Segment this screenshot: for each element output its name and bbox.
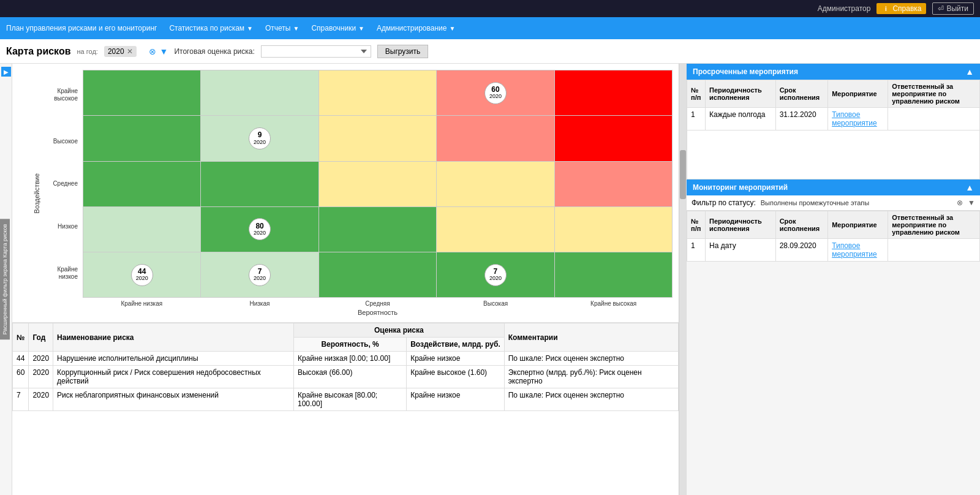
- nav-item-references[interactable]: Справочники ▼: [311, 24, 364, 32]
- overdue-cell-period: Каждые полгода: [706, 108, 776, 130]
- left-filter-label[interactable]: Расширенный фильтр экрана Карта рисков: [0, 219, 10, 340]
- scrollbar-thumb[interactable]: [680, 150, 686, 199]
- grid-cell-4-1: 72020: [201, 252, 318, 297]
- badge-60[interactable]: 602020: [484, 82, 507, 104]
- overdue-col-responsible: Ответственный за мероприятие по управлен…: [888, 80, 980, 108]
- monitoring-cell-period: На дату: [706, 239, 776, 262]
- cell-probability: Высокая (66.00): [293, 366, 406, 388]
- cell-comments: Экспертно (млрд. руб./%): Риск оценен эк…: [504, 366, 678, 388]
- itogo-label: Итоговая оценка риска:: [174, 47, 254, 56]
- overdue-cell-deadline: 31.12.2020: [775, 108, 828, 130]
- grid-cell-1-3: [437, 116, 554, 161]
- cell-year: 2020: [29, 366, 53, 388]
- clear-filter-icon[interactable]: ⊗: [149, 47, 156, 56]
- grid-cell-2-0: [83, 162, 200, 206]
- grid-cell-0-3: 602020: [437, 70, 554, 115]
- filter-controls: ⊗ ▼: [149, 47, 168, 56]
- y-label-4: Крайне низкое: [43, 266, 78, 281]
- grid-cell-3-1: 802020: [201, 207, 318, 252]
- cell-name: Коррупционный риск / Риск совершения нед…: [53, 366, 294, 388]
- cell-probability: Крайне низкая [0.00; 10.00]: [293, 352, 406, 366]
- nav-item-admin[interactable]: Администрирование ▼: [377, 24, 455, 32]
- grid-cell-1-2: [319, 116, 436, 161]
- col-probability: Вероятность, %: [293, 338, 406, 352]
- itogo-select[interactable]: [261, 45, 371, 58]
- badge-44[interactable]: 442020: [131, 264, 153, 286]
- cell-probability: Крайне высокая [80.00; 100.00]: [293, 388, 406, 411]
- cell-num: 44: [13, 352, 29, 366]
- overdue-section: Просроченные мероприятия ▲ № п/п Периоди…: [687, 64, 980, 179]
- help-button[interactable]: i Справка: [876, 3, 926, 14]
- page-title: Карта рисков: [6, 46, 71, 57]
- left-sidebar: ▶ Расширенный фильтр экрана Карта рисков: [0, 64, 12, 495]
- risk-grid: 602020920208020204420207202072020: [83, 70, 673, 298]
- cell-name: Риск неблагоприятных финансовых изменени…: [53, 388, 294, 411]
- grid-cell-0-4: [555, 70, 672, 115]
- page-header: Карта рисков на год: 2020 ✕ ⊗ ▼ Итоговая…: [0, 39, 980, 64]
- x-label-2: Средняя: [318, 300, 437, 308]
- cell-comments: По шкале: Риск оценен экспертно: [504, 352, 678, 366]
- monitoring-header: Мониторинг мероприятий ▲: [687, 179, 980, 195]
- x-label-0: Крайне низкая: [83, 300, 201, 308]
- monitoring-cell-activity[interactable]: Типовое мероприятие: [828, 239, 888, 262]
- monitoring-collapse-button[interactable]: ▲: [965, 183, 974, 192]
- grid-cell-2-1: [201, 162, 318, 206]
- monitoring-col-responsible: Ответственный за мероприятие по управлен…: [888, 211, 980, 239]
- x-labels: Крайне низкая Низкая Средняя Высокая Кра…: [83, 300, 673, 308]
- grid-cell-4-0: 442020: [83, 252, 200, 297]
- grid-cell-2-3: [437, 162, 554, 206]
- col-name: Наименование риска: [53, 323, 294, 352]
- overdue-table: № п/п Периодичность исполнения Срок испо…: [687, 80, 980, 130]
- badge-7[interactable]: 72020: [249, 264, 271, 286]
- grid-cell-2-2: [319, 162, 436, 206]
- cell-num: 60: [13, 366, 29, 388]
- nav-item-stats[interactable]: Статистика по рискам ▼: [169, 24, 253, 32]
- overdue-row: 1 Каждые полгода 31.12.2020 Типовое меро…: [687, 108, 980, 130]
- filter-row: Фильтр по статусу: Выполнены промежуточн…: [687, 195, 980, 211]
- grid-cell-3-3: [437, 207, 554, 252]
- col-risk-assessment: Оценка риска: [293, 323, 504, 338]
- nav-bar: План управления рисками и его мониторинг…: [0, 17, 980, 39]
- y-labels: Крайне высокое Высокое Среднее Низкое Кр…: [43, 70, 83, 298]
- overdue-cell-responsible: [888, 108, 980, 130]
- nav-item-reports[interactable]: Отчеты ▼: [265, 24, 299, 32]
- badge-80[interactable]: 802020: [249, 218, 271, 240]
- filter-dropdown-icon[interactable]: ▼: [160, 47, 168, 56]
- scrollbar[interactable]: [679, 64, 686, 495]
- filter-clear-icon[interactable]: ⊗: [957, 198, 963, 207]
- badge-9[interactable]: 92020: [249, 127, 271, 149]
- y-label-1: Высокое: [43, 138, 78, 145]
- nav-item-plan[interactable]: План управления рисками и его мониторинг: [6, 24, 157, 32]
- overdue-collapse-button[interactable]: ▲: [965, 67, 974, 77]
- cell-impact: Крайне низкое: [407, 352, 505, 366]
- chevron-down-icon: ▼: [293, 25, 299, 32]
- x-label-1: Низкая: [201, 300, 319, 308]
- monitoring-col-deadline: Срок исполнения: [775, 211, 828, 239]
- overdue-col-num: № п/п: [687, 80, 706, 108]
- grid-and-labels: Крайне высокое Высокое Среднее Низкое Кр…: [43, 70, 673, 298]
- exit-button[interactable]: ⏎ Выйти: [932, 2, 974, 15]
- year-remove-button[interactable]: ✕: [127, 47, 133, 56]
- col-impact: Воздействие, млрд. руб.: [407, 338, 505, 352]
- filter-dropdown-icon[interactable]: ▼: [968, 198, 975, 207]
- top-bar: Администратор i Справка ⏎ Выйти: [0, 0, 980, 17]
- main-layout: ▶ Расширенный фильтр экрана Карта рисков…: [0, 64, 980, 495]
- chevron-down-icon: ▼: [449, 25, 455, 32]
- year-tag: 2020 ✕: [104, 46, 137, 57]
- chart-inner: Крайне высокое Высокое Среднее Низкое Кр…: [43, 70, 673, 316]
- monitoring-cell-responsible: [888, 239, 980, 262]
- table-row: 44 2020 Нарушение исполнительной дисципл…: [13, 352, 679, 366]
- grid-cell-0-2: [319, 70, 436, 115]
- overdue-cell-activity[interactable]: Типовое мероприятие: [828, 108, 888, 130]
- col-num: №: [13, 323, 29, 352]
- chart-container: Воздействие Крайне высокое Высокое Средн…: [18, 70, 673, 316]
- monitoring-col-period: Периодичность исполнения: [706, 211, 776, 239]
- badge-7[interactable]: 72020: [484, 264, 507, 286]
- grid-cell-3-4: [555, 207, 672, 252]
- table-row: 7 2020 Риск неблагоприятных финансовых и…: [13, 388, 679, 411]
- x-label-3: Высокая: [437, 300, 555, 308]
- cell-impact: Крайне низкое: [407, 388, 505, 411]
- export-button[interactable]: Выгрузить: [377, 45, 429, 58]
- cell-impact: Крайне высокое (1.60): [407, 366, 505, 388]
- sidebar-toggle-button[interactable]: ▶: [1, 67, 11, 77]
